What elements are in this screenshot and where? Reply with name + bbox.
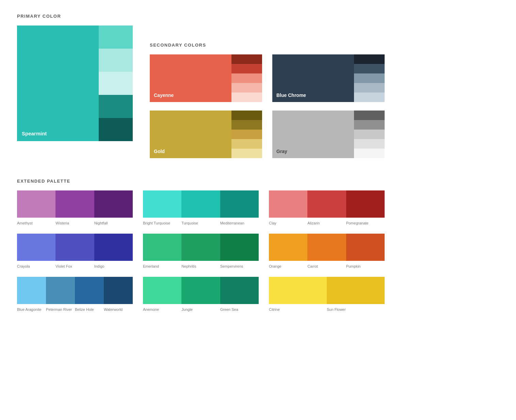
palette-swatch: [17, 277, 46, 304]
palette-labels: OrangeCarrotPumpkin: [269, 263, 385, 268]
palette-swatch: [17, 190, 55, 218]
primary-shades: [99, 26, 133, 141]
palette-labels: ClayAlizarinPomegranate: [269, 220, 385, 225]
secondary-shade: [231, 111, 262, 120]
secondary-label: Cayenne: [154, 93, 174, 98]
secondary-shade: [354, 120, 385, 130]
palette-labels: EmerlandNephritisSempervirens: [143, 263, 259, 268]
palette-swatch: [346, 190, 385, 218]
secondary-col-1: CayenneGold: [150, 54, 262, 158]
secondary-colors-section: SECONDARY COLORS CayenneGold Blue Chrome…: [150, 43, 499, 158]
primary-shade: [99, 49, 133, 72]
palette-swatch: [269, 190, 307, 218]
palette-swatches: [17, 190, 133, 218]
extended-col-1: AmethystWisteriaNightfallCrayolaViolet F…: [17, 190, 133, 312]
palette-label: Crayola: [17, 263, 55, 268]
palette-swatches: [143, 234, 259, 261]
extended-col-3: ClayAlizarinPomegranateOrangeCarrotPumpk…: [269, 190, 385, 312]
palette-label: Indigo: [94, 263, 133, 268]
palette-label: Peterman River: [46, 306, 75, 312]
palette-swatch: [181, 277, 220, 304]
secondary-shade: [354, 149, 385, 158]
palette-swatch: [75, 277, 104, 304]
palette-swatch: [17, 234, 55, 261]
palette-label: Belize Hole: [75, 306, 104, 312]
palette-swatch: [55, 234, 94, 261]
primary-shade: [99, 26, 133, 49]
palette-label: Pumpkin: [346, 263, 385, 268]
palette-swatches: [143, 190, 259, 218]
palette-label: Citrine: [269, 306, 327, 312]
palette-swatches: [269, 234, 385, 261]
palette-labels: Blue AragonitePeterman RiverBelize HoleW…: [17, 306, 133, 312]
palette-swatches: [269, 190, 385, 218]
palette-swatch: [94, 234, 133, 261]
palette-group: Bright TurquoiseTurquoiseMediterranean: [143, 190, 259, 225]
palette-label: Nephritis: [181, 263, 220, 268]
secondary-swatch: Gray: [272, 111, 385, 158]
primary-shade: [99, 72, 133, 95]
secondary-label: Gray: [276, 149, 287, 154]
primary-section-label: PRIMARY COLOR: [17, 14, 499, 19]
palette-label: Turquoise: [181, 220, 220, 225]
palette-swatches: [17, 277, 133, 304]
palette-swatches: [269, 277, 385, 304]
secondary-swatch: Cayenne: [150, 54, 262, 102]
palette-label: Alizarin: [307, 220, 346, 225]
palette-swatch: [307, 234, 346, 261]
palette-label: Pomegranate: [346, 220, 385, 225]
palette-label: Waterworld: [104, 306, 133, 312]
palette-labels: AnemoneJungleGreen Sea: [143, 306, 259, 312]
secondary-shade: [231, 130, 262, 139]
palette-swatch: [46, 277, 75, 304]
primary-shade: [99, 95, 133, 118]
secondary-col-2: Blue ChromeGray: [272, 54, 385, 158]
palette-swatch: [269, 277, 327, 304]
secondary-shade: [354, 93, 385, 102]
palette-swatch: [94, 190, 133, 218]
secondary-shade: [231, 83, 262, 93]
palette-label: Orange: [269, 263, 307, 268]
secondary-shade: [231, 64, 262, 73]
primary-swatch: Spearmint: [17, 26, 133, 141]
secondary-shade: [354, 83, 385, 93]
secondary-shade: [231, 139, 262, 149]
extended-grid: AmethystWisteriaNightfallCrayolaViolet F…: [17, 190, 499, 312]
secondary-shade: [354, 73, 385, 83]
palette-swatch: [307, 190, 346, 218]
secondary-shade: [231, 149, 262, 158]
palette-label: Blue Aragonite: [17, 306, 46, 312]
palette-labels: CitrineSun Flower: [269, 306, 385, 312]
palette-group: CrayolaViolet FoxIndigo: [17, 234, 133, 268]
secondary-shades: [354, 54, 385, 102]
palette-swatch: [181, 190, 220, 218]
extended-col-2: Bright TurquoiseTurquoiseMediterraneanEm…: [143, 190, 259, 312]
secondary-shade: [354, 111, 385, 120]
palette-label: Jungle: [181, 306, 220, 312]
palette-swatch: [327, 277, 385, 304]
palette-label: Amethyst: [17, 220, 55, 225]
palette-group: OrangeCarrotPumpkin: [269, 234, 385, 268]
palette-swatches: [143, 277, 259, 304]
secondary-shade: [354, 64, 385, 73]
palette-group: ClayAlizarinPomegranate: [269, 190, 385, 225]
extended-section-label: EXTENDED PALETTE: [17, 179, 499, 184]
palette-label: Clay: [269, 220, 307, 225]
palette-label: Violet Fox: [55, 263, 94, 268]
palette-group: EmerlandNephritisSempervirens: [143, 234, 259, 268]
palette-swatch: [143, 234, 181, 261]
secondary-shades: [354, 111, 385, 158]
secondary-swatch: Gold: [150, 111, 262, 158]
palette-swatch: [55, 190, 94, 218]
secondary-shades: [231, 54, 262, 102]
secondary-shade: [231, 93, 262, 102]
palette-swatch: [269, 234, 307, 261]
palette-swatch: [143, 277, 181, 304]
palette-label: Sun Flower: [327, 306, 385, 312]
palette-label: Bright Turquoise: [143, 220, 181, 225]
secondary-shade: [231, 120, 262, 130]
palette-swatch: [220, 234, 259, 261]
palette-label: Emerland: [143, 263, 181, 268]
palette-labels: CrayolaViolet FoxIndigo: [17, 263, 133, 268]
secondary-shade: [354, 130, 385, 139]
